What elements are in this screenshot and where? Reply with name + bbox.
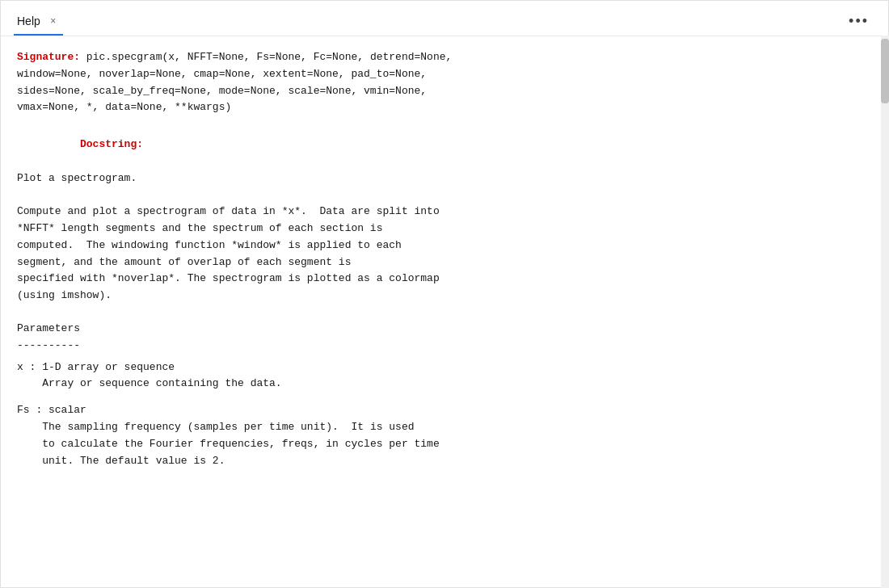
title-bar-left: Help × [14, 8, 63, 36]
param-fs-block: Fs : scalar The sampling frequency (samp… [17, 402, 872, 469]
param-fs-header: Fs : scalar [17, 402, 872, 419]
param-x-header: x : 1-D array or sequence [17, 359, 872, 376]
param-x-desc: Array or sequence containing the data. [17, 376, 872, 393]
docstring-label-block: Docstring: [17, 120, 872, 170]
docstring-section: Docstring: Plot a spectrogram. Compute a… [17, 120, 872, 304]
title-bar-right: ••• [842, 10, 875, 33]
signature-label: Signature: [17, 51, 80, 63]
signature-block: Signature: pic.specgram(x, NFFT=None, Fs… [17, 49, 872, 116]
menu-dots-button[interactable]: ••• [842, 10, 875, 33]
help-content: Signature: pic.specgram(x, NFFT=None, Fs… [1, 36, 888, 587]
help-tab[interactable]: Help × [14, 8, 63, 36]
docstring-intro: Plot a spectrogram. [17, 170, 872, 187]
parameters-section: Parameters ---------- x : 1-D array or s… [17, 321, 872, 469]
title-bar: Help × ••• [1, 1, 888, 36]
scrollbar-thumb[interactable] [881, 39, 889, 103]
parameters-dash: ---------- [17, 338, 872, 355]
tab-close-button[interactable]: × [47, 15, 60, 27]
param-x-block: x : 1-D array or sequence Array or seque… [17, 359, 872, 393]
help-window: Help × ••• Signature: pic.specgram(x, NF… [0, 0, 889, 588]
docstring-body: Compute and plot a spectrogram of data i… [17, 187, 872, 304]
param-fs-desc: The sampling frequency (samples per time… [17, 419, 872, 469]
tab-label: Help [17, 15, 40, 27]
parameters-header: Parameters [17, 321, 872, 338]
docstring-label: Docstring: [80, 138, 143, 150]
signature-code: pic.specgram(x, NFFT=None, Fs=None, Fc=N… [17, 51, 452, 113]
scrollbar[interactable] [881, 36, 889, 588]
